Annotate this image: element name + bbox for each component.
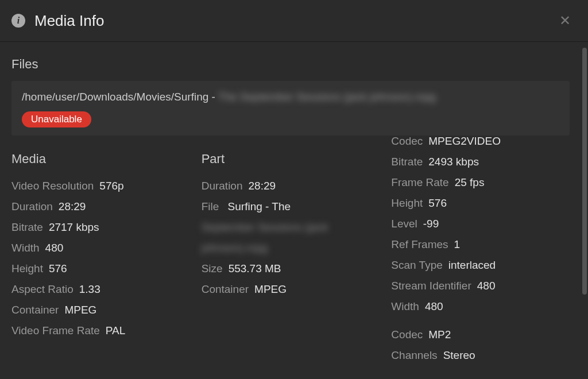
media-container: Container MPEG (11, 300, 190, 320)
value: Surfing - The (228, 200, 291, 212)
value: 480 (45, 238, 64, 258)
stream-video-scan-type: Scan Type interlaced (391, 255, 570, 276)
label: Duration (11, 196, 53, 217)
media-video-frame-rate: Video Frame Rate PAL (11, 320, 190, 341)
part-column: Part Duration 28:29 File Surfing - The S… (202, 148, 380, 366)
label: Video Resolution (11, 176, 94, 196)
label: Bitrate (391, 152, 423, 172)
value: -99 (423, 214, 439, 234)
stream-video-ref-frames: Ref Frames 1 (391, 234, 570, 255)
part-container: Container MPEG (202, 279, 380, 300)
stream-divider (391, 318, 570, 324)
media-width: Width 480 (11, 238, 190, 258)
label: Duration (202, 176, 243, 196)
label: File (202, 200, 219, 212)
media-column: Media Video Resolution 576p Duration 28:… (11, 148, 190, 366)
value-redacted: September Sessions (jack johnson).mpg (202, 217, 380, 258)
part-size: Size 553.73 MB (202, 258, 380, 279)
stream-video-stream-identifier: Stream Identifier 480 (391, 276, 570, 296)
file-path-redacted: The September Sessions (jack johnson).mp… (218, 91, 436, 103)
media-bitrate: Bitrate 2717 kbps (11, 217, 190, 238)
value: 480 (477, 276, 496, 296)
modal-header: i Media Info ✕ (0, 0, 588, 42)
label: Height (391, 193, 423, 214)
vertical-scrollbar[interactable] (581, 42, 588, 379)
stream-video-width: Width 480 (391, 296, 570, 317)
label: Codec (391, 324, 423, 345)
stream-audio-codec: Codec MP2 (391, 324, 570, 345)
value: 28:29 (59, 196, 86, 217)
value: 2493 kbps (428, 152, 479, 172)
value: Stereo (443, 345, 475, 366)
modal-body-wrap: Files /home/user/Downloads/Movies/Surfin… (0, 42, 588, 379)
info-icon: i (11, 14, 25, 28)
media-height: Height 576 (11, 258, 190, 279)
file-path-visible: /home/user/Downloads/Movies/Surfing - (22, 91, 218, 103)
value: 28:29 (249, 176, 276, 196)
stream-video-bitrate: Bitrate 2493 kbps (391, 152, 570, 172)
label: Ref Frames (391, 234, 448, 255)
part-duration: Duration 28:29 (202, 176, 380, 196)
stream-audio-channels: Channels Stereo (391, 345, 570, 366)
label: Aspect Ratio (11, 279, 74, 300)
label: Codec (391, 131, 423, 152)
label: Height (11, 258, 43, 279)
media-aspect-ratio: Aspect Ratio 1.33 (11, 279, 190, 300)
stream-video-level: Level -99 (391, 214, 570, 234)
value: 2717 kbps (49, 217, 99, 238)
details-columns: Media Video Resolution 576p Duration 28:… (11, 148, 570, 366)
label: Bitrate (11, 217, 43, 238)
label: Width (391, 296, 419, 317)
close-icon: ✕ (559, 13, 571, 28)
close-button[interactable]: ✕ (554, 9, 577, 32)
modal-body: Files /home/user/Downloads/Movies/Surfin… (0, 42, 581, 379)
label: Size (202, 258, 223, 279)
label: Container (11, 300, 59, 320)
part-file: File Surfing - The September Sessions (j… (202, 196, 380, 258)
label: Scan Type (391, 255, 442, 276)
value: 576 (428, 193, 447, 214)
value: 576p (99, 176, 123, 196)
value: MPEG (64, 300, 96, 320)
media-duration: Duration 28:29 (11, 196, 190, 217)
stream-video-codec: Codec MPEG2VIDEO (391, 131, 570, 152)
stream-video-height: Height 576 (391, 193, 570, 214)
value: 480 (425, 296, 443, 317)
value: PAL (106, 320, 126, 341)
modal-title: Media Info (34, 12, 554, 30)
value: MPEG2VIDEO (428, 131, 501, 152)
label: Video Frame Rate (11, 320, 100, 341)
value: interlaced (448, 255, 496, 276)
file-path: /home/user/Downloads/Movies/Surfing - Th… (22, 90, 559, 105)
label: Container (202, 279, 249, 300)
value: MP2 (428, 324, 451, 345)
stream-video-frame-rate: Frame Rate 25 fps (391, 172, 570, 193)
value: 553.73 MB (229, 258, 281, 279)
files-heading: Files (11, 57, 570, 72)
label: Stream Identifier (391, 276, 471, 296)
label: Channels (391, 345, 437, 366)
media-heading: Media (11, 152, 190, 167)
label: Width (11, 238, 40, 258)
status-badge-unavailable: Unavailable (22, 111, 91, 127)
value: 25 fps (455, 172, 485, 193)
stream-column: Codec MPEG2VIDEO Bitrate 2493 kbps Frame… (391, 131, 570, 366)
media-video-resolution: Video Resolution 576p (11, 176, 190, 196)
scrollbar-thumb[interactable] (582, 48, 587, 295)
label: Level (391, 214, 417, 234)
media-info-modal: i Media Info ✕ Files /home/user/Download… (0, 0, 588, 379)
part-heading: Part (202, 152, 380, 167)
file-path-box: /home/user/Downloads/Movies/Surfing - Th… (11, 81, 570, 136)
value: 1 (454, 234, 461, 255)
value: 1.33 (79, 279, 100, 300)
value: MPEG (254, 279, 287, 300)
label: Frame Rate (391, 172, 448, 193)
value: 576 (49, 258, 67, 279)
